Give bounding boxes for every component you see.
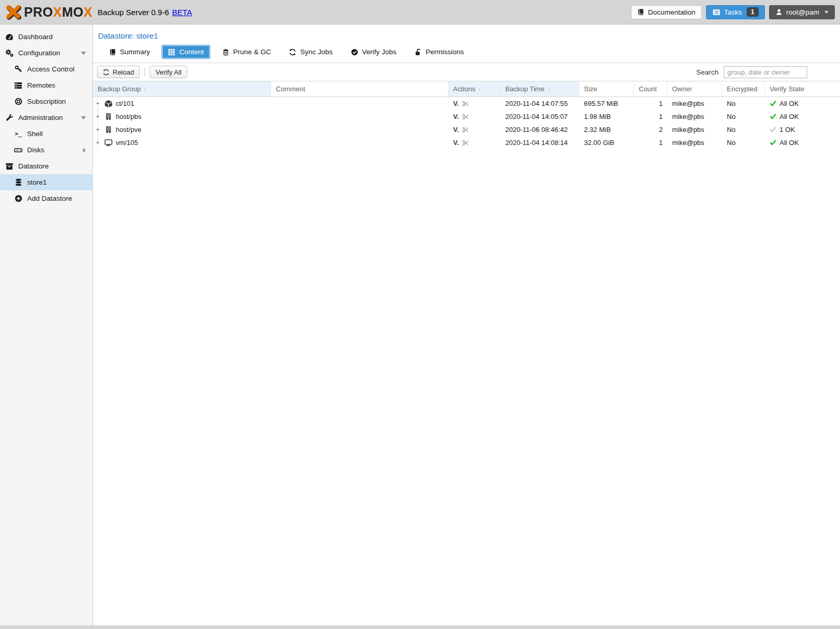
column-label: Verify State xyxy=(770,85,804,93)
sidebar-item-store1[interactable]: store1 xyxy=(0,174,92,190)
tab-summary[interactable]: Summary xyxy=(102,45,156,59)
sidebar-item-label: store1 xyxy=(27,178,47,186)
column-header-encrypted[interactable]: Encrypted xyxy=(722,81,765,96)
prune-action-icon[interactable] xyxy=(462,139,469,147)
size-cell: 32.00 GiB xyxy=(579,136,634,149)
sidebar-item-administration[interactable]: Administration xyxy=(0,110,92,126)
column-header-backup-group[interactable]: Backup Group ↑ xyxy=(93,81,271,96)
count-cell: 2 xyxy=(634,123,667,136)
verify-action[interactable]: V. xyxy=(453,139,459,147)
owner-cell: mike@pbs xyxy=(667,97,722,110)
table-row[interactable]: host/pve V. 2020-11-06 08:46:42 2.32 MiB… xyxy=(93,123,840,136)
sidebar-item-subscription[interactable]: Subscription xyxy=(0,93,92,110)
backup-time-cell: 2020-11-06 08:46:42 xyxy=(501,123,579,136)
encrypted-cell: No xyxy=(722,97,765,110)
tab-content[interactable]: Content xyxy=(162,45,210,59)
prune-action-icon[interactable] xyxy=(462,100,469,107)
table-row[interactable]: host/pbs V. 2020-11-04 14:05:07 1.98 MiB… xyxy=(93,110,840,123)
verify-all-button[interactable]: Verify All xyxy=(150,66,187,78)
proxmox-logo[interactable]: PROXMOX xyxy=(5,5,92,20)
host-icon xyxy=(104,113,113,121)
verify-action[interactable]: V. xyxy=(453,113,459,120)
sidebar-item-datastore[interactable]: Datastore xyxy=(0,158,92,174)
tab-label: Prune & GC xyxy=(233,48,271,56)
verify-state-label: 1 OK xyxy=(780,126,795,134)
dashboard-icon xyxy=(5,33,14,41)
expand-icon[interactable] xyxy=(95,97,101,110)
column-label: Count xyxy=(639,85,657,93)
key-icon xyxy=(14,65,22,74)
sidebar-item-remotes[interactable]: Remotes xyxy=(0,77,92,93)
prune-action-icon[interactable] xyxy=(462,113,469,120)
column-label: Backup Group xyxy=(98,85,141,93)
size-cell: 1.98 MiB xyxy=(579,110,634,123)
expand-icon[interactable] xyxy=(95,110,101,123)
encrypted-cell: No xyxy=(722,123,765,136)
column-header-actions[interactable]: Actions ↑ xyxy=(448,81,501,96)
column-header-owner[interactable]: Owner xyxy=(667,81,722,96)
count-cell: 1 xyxy=(634,97,667,110)
backup-time-cell: 2020-11-04 14:05:07 xyxy=(501,110,579,123)
user-icon xyxy=(775,8,783,16)
refresh-icon xyxy=(103,69,109,76)
column-label: Backup Time xyxy=(505,85,544,93)
column-header-verify-state[interactable]: Verify State xyxy=(765,81,840,96)
column-label: Encrypted xyxy=(727,85,758,93)
column-header-count[interactable]: Count xyxy=(634,81,667,96)
verify-action[interactable]: V. xyxy=(453,126,459,134)
user-menu-button[interactable]: root@pam xyxy=(769,5,835,19)
check-icon xyxy=(770,100,776,107)
column-label: Size xyxy=(584,85,597,93)
sidebar-item-shell[interactable]: >_ Shell xyxy=(0,126,92,142)
lifering-icon xyxy=(14,98,22,106)
backup-time-cell: 2020-11-04 14:07:55 xyxy=(501,97,579,110)
column-header-size[interactable]: Size xyxy=(579,81,634,96)
caret-down-icon[interactable] xyxy=(81,116,86,119)
tab-sync-jobs[interactable]: Sync Jobs xyxy=(283,45,339,59)
sidebar-item-label: Shell xyxy=(27,130,43,138)
column-label: Comment xyxy=(276,85,305,93)
verify-action[interactable]: V. xyxy=(453,100,459,107)
gears-icon xyxy=(5,49,14,57)
caret-down-icon[interactable] xyxy=(81,52,86,55)
table-row[interactable]: vm/105 V. 2020-11-04 14:08:14 32.00 GiB … xyxy=(93,136,840,149)
expand-icon[interactable] xyxy=(95,136,101,149)
sidebar-item-label: Dashboard xyxy=(18,33,53,41)
sidebar-item-add-datastore[interactable]: Add Datastore xyxy=(0,190,92,207)
column-header-comment[interactable]: Comment xyxy=(271,81,448,96)
sidebar-item-label: Configuration xyxy=(18,49,60,57)
search-input[interactable] xyxy=(724,66,807,78)
chevron-down-icon xyxy=(824,11,829,14)
comment-cell xyxy=(271,136,448,149)
documentation-button[interactable]: Documentation xyxy=(631,5,702,19)
beta-link[interactable]: BETA xyxy=(172,8,192,17)
tab-label: Verify Jobs xyxy=(362,48,396,56)
tasks-count-badge: 1 xyxy=(747,7,759,17)
count-cell: 1 xyxy=(634,110,667,123)
table-row[interactable]: ct/101 V. 2020-11-04 14:07:55 695.57 MiB… xyxy=(93,97,840,110)
terminal-icon: >_ xyxy=(14,130,22,138)
size-cell: 2.32 MiB xyxy=(579,123,634,136)
sidebar-item-dashboard[interactable]: Dashboard xyxy=(0,29,92,45)
verify-state-label: All OK xyxy=(780,139,799,147)
main-panel: Datastore: store1 Summary Content xyxy=(93,25,840,625)
caret-right-icon[interactable] xyxy=(83,148,86,153)
owner-cell: mike@pbs xyxy=(667,110,722,123)
content-toolbar: Reload Verify All Search xyxy=(93,63,840,81)
sort-asc-icon: ↑ xyxy=(478,85,482,93)
column-label: Owner xyxy=(672,85,692,93)
check-icon xyxy=(770,139,776,146)
archive-box-icon xyxy=(5,162,14,171)
column-header-backup-time[interactable]: Backup Time ↑ xyxy=(501,81,579,96)
expand-icon[interactable] xyxy=(95,123,101,136)
sidebar-item-access-control[interactable]: Access Control xyxy=(0,61,92,77)
logo-wordmark: PROXMOX xyxy=(24,6,92,19)
sidebar-item-configuration[interactable]: Configuration xyxy=(0,45,92,61)
tab-prune-gc[interactable]: Prune & GC xyxy=(215,45,277,59)
prune-action-icon[interactable] xyxy=(462,126,469,134)
sidebar-item-disks[interactable]: Disks xyxy=(0,142,92,158)
tab-permissions[interactable]: Permissions xyxy=(408,45,470,59)
reload-button[interactable]: Reload xyxy=(97,66,140,78)
tasks-button[interactable]: Tasks 1 xyxy=(706,5,765,19)
tab-verify-jobs[interactable]: Verify Jobs xyxy=(344,45,403,59)
